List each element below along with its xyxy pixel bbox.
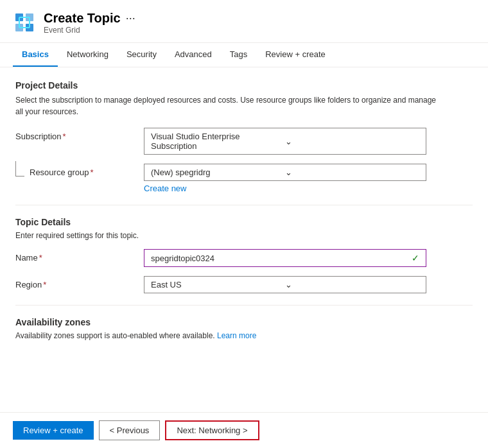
tab-tags[interactable]: Tags xyxy=(221,43,256,67)
previous-button[interactable]: < Previous xyxy=(99,420,161,440)
review-create-button[interactable]: Review + create xyxy=(13,421,94,440)
tab-review-create[interactable]: Review + create xyxy=(256,43,335,67)
page-subtitle: Event Grid xyxy=(44,26,135,35)
tab-advanced[interactable]: Advanced xyxy=(166,43,221,67)
region-dropdown[interactable]: East US ⌄ xyxy=(144,276,426,293)
event-grid-icon xyxy=(13,11,36,34)
topic-details-description: Enter required settings for this topic. xyxy=(15,231,473,240)
section-divider-2 xyxy=(15,305,473,306)
create-new-link[interactable]: Create new xyxy=(144,184,186,193)
region-dropdown-arrow: ⌄ xyxy=(285,280,419,289)
subscription-dropdown[interactable]: Visual Studio Enterprise Subscription ⌄ xyxy=(144,128,426,155)
tab-networking[interactable]: Networking xyxy=(58,43,118,67)
name-check-icon: ✓ xyxy=(412,253,419,263)
learn-more-link[interactable]: Learn more xyxy=(217,331,256,340)
topic-details-heading: Topic Details xyxy=(15,217,473,227)
resource-group-dropdown[interactable]: (New) spegridrg ⌄ xyxy=(144,164,426,181)
region-control: East US ⌄ xyxy=(144,276,473,293)
name-row: Name* ✓ xyxy=(15,249,473,267)
name-input[interactable] xyxy=(151,254,412,263)
page-header: Create Topic ··· Event Grid xyxy=(0,0,488,43)
header-text-group: Create Topic ··· Event Grid xyxy=(44,10,135,35)
resource-group-control: (New) spegridrg ⌄ Create new xyxy=(144,164,473,193)
region-row: Region* East US ⌄ xyxy=(15,276,473,293)
subscription-label: Subscription* xyxy=(15,128,131,141)
tab-basics[interactable]: Basics xyxy=(13,43,58,67)
footer: Review + create < Previous Next: Network… xyxy=(0,412,488,448)
resource-group-label-wrap: Resource group* xyxy=(15,164,131,177)
availability-zones-heading: Availability zones xyxy=(15,317,473,327)
resource-group-label: Resource group* xyxy=(30,168,94,177)
subscription-control: Visual Studio Enterprise Subscription ⌄ xyxy=(144,128,473,155)
name-label: Name* xyxy=(15,249,131,263)
resource-group-dropdown-arrow: ⌄ xyxy=(285,168,419,177)
main-content: Project Details Select the subscription … xyxy=(0,67,488,353)
more-options-button[interactable]: ··· xyxy=(126,12,135,25)
next-button[interactable]: Next: Networking > xyxy=(165,420,259,440)
availability-zones-description: Availability zones support is auto-enabl… xyxy=(15,331,473,340)
subscription-row: Subscription* Visual Studio Enterprise S… xyxy=(15,128,473,155)
section-divider-1 xyxy=(15,205,473,205)
region-label: Region* xyxy=(15,276,131,289)
tab-bar: Basics Networking Security Advanced Tags… xyxy=(0,43,488,67)
project-details-description: Select the subscription to manage deploy… xyxy=(15,94,439,117)
subscription-dropdown-arrow: ⌄ xyxy=(285,137,419,146)
resource-group-row: Resource group* (New) spegridrg ⌄ Create… xyxy=(15,164,473,193)
name-control: ✓ xyxy=(144,249,473,267)
page-title: Create Topic xyxy=(44,10,121,26)
name-input-field[interactable]: ✓ xyxy=(144,249,426,267)
tab-security[interactable]: Security xyxy=(118,43,166,67)
project-details-heading: Project Details xyxy=(15,80,473,90)
